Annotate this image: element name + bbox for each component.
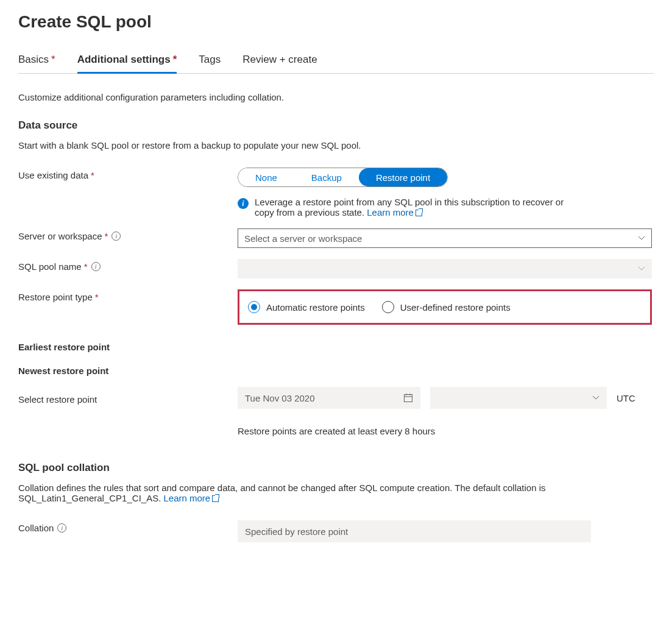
collation-row: Collation i Specified by restore point bbox=[18, 520, 654, 542]
sql-pool-name-label: SQL pool name* i bbox=[18, 259, 238, 272]
required-asterisk: * bbox=[84, 261, 88, 272]
svg-rect-0 bbox=[405, 395, 412, 402]
page-title: Create SQL pool bbox=[18, 12, 654, 32]
link-text: Learn more bbox=[367, 207, 414, 218]
restore-point-type-row: Restore point type* Automatic restore po… bbox=[18, 289, 654, 339]
server-workspace-select[interactable]: Select a server or workspace bbox=[238, 228, 652, 248]
restore-type-radio-group: Automatic restore points User-defined re… bbox=[248, 299, 642, 316]
required-asterisk: * bbox=[51, 54, 55, 65]
server-workspace-label: Server or workspace* i bbox=[18, 228, 238, 241]
sql-pool-name-row: SQL pool name* i bbox=[18, 259, 654, 278]
tab-review-create[interactable]: Review + create bbox=[242, 54, 317, 73]
earliest-restore-label: Earliest restore point bbox=[18, 339, 238, 352]
info-text: Leverage a restore point from any SQL po… bbox=[255, 197, 579, 218]
tab-label: Tags bbox=[199, 54, 221, 65]
collation-heading: SQL pool collation bbox=[18, 462, 654, 474]
tab-label: Additional settings bbox=[77, 54, 171, 65]
radio-icon bbox=[382, 301, 394, 313]
option-restore-point[interactable]: Restore point bbox=[359, 168, 447, 186]
sql-pool-name-select[interactable] bbox=[238, 259, 652, 278]
radio-user-defined-restore[interactable]: User-defined restore points bbox=[382, 301, 511, 313]
learn-more-link[interactable]: Learn more bbox=[367, 207, 422, 218]
required-asterisk: * bbox=[91, 170, 94, 180]
collation-value: Specified by restore point bbox=[245, 526, 348, 537]
label-text: Server or workspace bbox=[18, 231, 102, 241]
newest-restore-row: Newest restore point bbox=[18, 363, 654, 376]
collation-description: Collation defines the rules that sort an… bbox=[18, 483, 654, 503]
data-source-description: Start with a blank SQL pool or restore f… bbox=[18, 140, 654, 150]
radio-label: Automatic restore points bbox=[266, 302, 365, 313]
required-asterisk: * bbox=[105, 231, 108, 241]
server-workspace-row: Server or workspace* i Select a server o… bbox=[18, 228, 654, 248]
radio-icon bbox=[248, 301, 260, 313]
date-value: Tue Nov 03 2020 bbox=[245, 393, 315, 403]
restore-point-type-label: Restore point type* bbox=[18, 289, 238, 302]
use-existing-data-toggle: None Backup Restore point bbox=[238, 168, 448, 187]
desc-text: Collation defines the rules that sort an… bbox=[18, 483, 546, 503]
label-text: Use existing data bbox=[18, 170, 88, 180]
restore-date-input[interactable]: Tue Nov 03 2020 bbox=[238, 387, 420, 409]
placeholder-text: Select a server or workspace bbox=[244, 233, 362, 244]
option-none[interactable]: None bbox=[238, 168, 294, 186]
radio-label: User-defined restore points bbox=[400, 302, 511, 313]
tab-label: Basics bbox=[18, 54, 49, 65]
label-text: Restore point type bbox=[18, 292, 93, 302]
tab-label: Review + create bbox=[242, 54, 317, 65]
link-text: Learn more bbox=[163, 493, 210, 503]
chevron-down-icon bbox=[638, 265, 645, 272]
info-icon[interactable]: i bbox=[111, 232, 121, 241]
timezone-label: UTC bbox=[617, 393, 635, 403]
intro-text: Customize additional configuration param… bbox=[18, 92, 654, 102]
required-asterisk: * bbox=[95, 292, 99, 302]
earliest-restore-row: Earliest restore point bbox=[18, 339, 654, 352]
info-icon[interactable]: i bbox=[57, 523, 66, 533]
info-icon[interactable]: i bbox=[91, 262, 101, 271]
restore-hint-row: Restore points are created at least ever… bbox=[18, 420, 654, 436]
external-link-icon bbox=[212, 495, 219, 502]
restore-point-info: i Leverage a restore point from any SQL … bbox=[238, 197, 579, 218]
collation-label: Collation i bbox=[18, 520, 238, 533]
external-link-icon bbox=[416, 210, 422, 216]
tabs-bar: Basics* Additional settings* Tags Review… bbox=[18, 54, 654, 74]
use-existing-data-row: Use existing data* None Backup Restore p… bbox=[18, 168, 654, 218]
collation-learn-more-link[interactable]: Learn more bbox=[163, 493, 219, 503]
select-restore-point-label: Select restore point bbox=[18, 392, 238, 405]
info-icon: i bbox=[238, 198, 249, 209]
restore-type-highlight: Automatic restore points User-defined re… bbox=[238, 289, 652, 325]
radio-automatic-restore[interactable]: Automatic restore points bbox=[248, 301, 365, 313]
newest-restore-label: Newest restore point bbox=[18, 363, 238, 376]
restore-time-select[interactable] bbox=[430, 387, 607, 409]
restore-hint: Restore points are created at least ever… bbox=[238, 426, 652, 436]
required-asterisk: * bbox=[173, 54, 177, 65]
label-text: SQL pool name bbox=[18, 261, 82, 272]
tab-basics[interactable]: Basics* bbox=[18, 54, 55, 73]
chevron-down-icon bbox=[638, 235, 645, 242]
chevron-down-icon bbox=[592, 394, 599, 402]
option-backup[interactable]: Backup bbox=[294, 168, 359, 186]
select-restore-point-row: Select restore point Tue Nov 03 2020 UTC bbox=[18, 387, 654, 409]
tab-tags[interactable]: Tags bbox=[199, 54, 221, 73]
tab-additional-settings[interactable]: Additional settings* bbox=[77, 54, 177, 74]
label-text: Collation bbox=[18, 523, 54, 533]
use-existing-data-label: Use existing data* bbox=[18, 168, 238, 180]
calendar-icon bbox=[403, 393, 413, 403]
collation-input: Specified by restore point bbox=[238, 520, 591, 542]
data-source-heading: Data source bbox=[18, 119, 654, 132]
